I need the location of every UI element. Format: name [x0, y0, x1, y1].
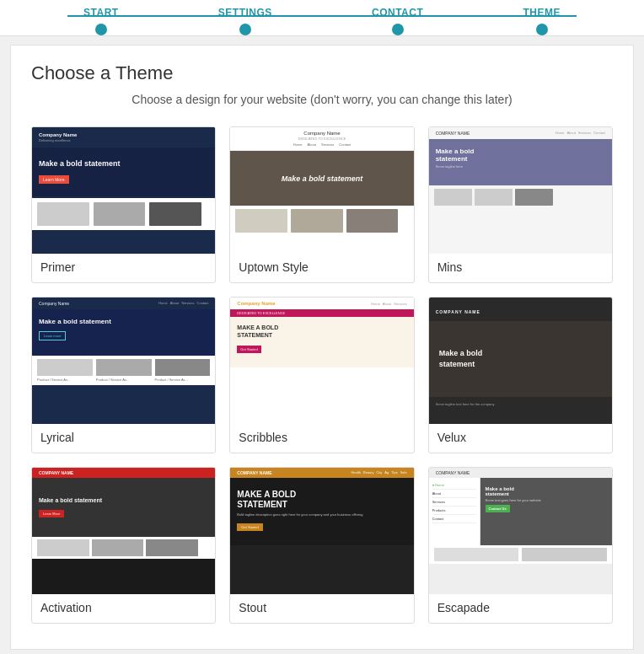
- theme-preview-stout: COMPANY NAME HealthBeautyCityAgTipsSale …: [230, 468, 413, 594]
- theme-preview-velux: COMPANY NAME Make a boldstatement Some t…: [429, 298, 612, 424]
- theme-card-primer[interactable]: Company Name Delivering excellence Make …: [31, 126, 216, 283]
- theme-card-lyrical[interactable]: Company Name HomeAboutServicesContact Ma…: [31, 297, 216, 453]
- theme-name-uptown-style: Uptown Style: [230, 254, 413, 282]
- theme-name-escapade: Escapade: [429, 594, 612, 623]
- theme-card-uptown-style[interactable]: Company Name DEDICATED TO EXCELLENCE Hom…: [229, 126, 414, 283]
- step-contact[interactable]: CONTACT: [372, 7, 423, 35]
- step-dot-theme: [536, 24, 548, 35]
- theme-preview-activation: COMPANY NAME Make a bold statement Learn…: [32, 468, 215, 594]
- step-start[interactable]: START: [83, 7, 119, 35]
- theme-card-stout[interactable]: COMPANY NAME HealthBeautyCityAgTipsSale …: [229, 467, 414, 624]
- theme-card-escapade[interactable]: COMPANY NAME ● Home About Services Produ…: [428, 467, 613, 624]
- theme-card-activation[interactable]: COMPANY NAME Make a bold statement Learn…: [31, 467, 216, 624]
- theme-name-lyrical: Lyrical: [32, 424, 215, 453]
- step-dot-settings: [239, 24, 251, 35]
- theme-card-scribbles[interactable]: Company Name HomeAboutServices DEDICATED…: [229, 297, 414, 453]
- header: START SETTINGS CONTACT THEME: [0, 0, 644, 36]
- theme-preview-scribbles: Company Name HomeAboutServices DEDICATED…: [230, 298, 413, 424]
- theme-preview-mins: COMPANY NAME HomeAboutServicesContact Ma…: [429, 127, 612, 254]
- page-subtitle: Choose a design for your website (don't …: [31, 93, 613, 106]
- page-title: Choose a Theme: [31, 62, 613, 84]
- theme-preview-primer: Company Name Delivering excellence Make …: [32, 127, 215, 254]
- theme-preview-uptown-style: Company Name DEDICATED TO EXCELLENCE Hom…: [230, 127, 413, 254]
- theme-name-velux: Velux: [429, 424, 612, 453]
- theme-card-velux[interactable]: COMPANY NAME Make a boldstatement Some t…: [428, 297, 613, 453]
- theme-grid: Company Name Delivering excellence Make …: [31, 126, 613, 624]
- step-dot-contact: [392, 24, 404, 35]
- progress-bar: START SETTINGS CONTACT THEME: [0, 0, 644, 35]
- step-dot-start: [95, 24, 107, 35]
- theme-name-activation: Activation: [32, 594, 215, 623]
- step-theme[interactable]: THEME: [523, 7, 561, 35]
- theme-preview-escapade: COMPANY NAME ● Home About Services Produ…: [429, 468, 612, 594]
- main-content: Choose a Theme Choose a design for your …: [10, 45, 634, 650]
- step-settings[interactable]: SETTINGS: [218, 7, 272, 35]
- theme-card-mins[interactable]: COMPANY NAME HomeAboutServicesContact Ma…: [428, 126, 613, 283]
- theme-name-mins: Mins: [429, 254, 612, 282]
- theme-name-primer: Primer: [32, 254, 215, 282]
- theme-name-scribbles: Scribbles: [230, 424, 413, 453]
- theme-name-stout: Stout: [230, 594, 413, 623]
- theme-preview-lyrical: Company Name HomeAboutServicesContact Ma…: [32, 298, 215, 424]
